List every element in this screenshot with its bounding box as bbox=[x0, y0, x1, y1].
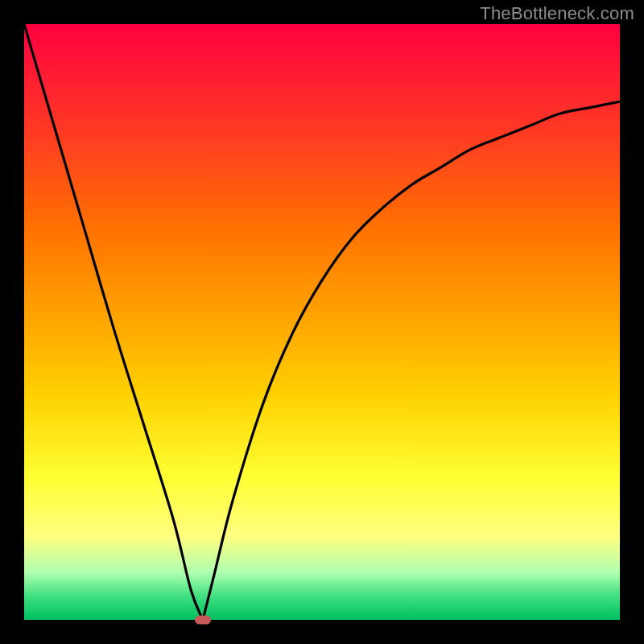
minimum-marker bbox=[195, 616, 211, 625]
curve-right bbox=[203, 101, 620, 620]
chart-frame: TheBottleneck.com bbox=[0, 0, 644, 644]
watermark-text: TheBottleneck.com bbox=[480, 3, 634, 24]
curve-layer bbox=[24, 24, 620, 620]
curve-left bbox=[24, 24, 203, 620]
plot-area bbox=[24, 24, 620, 620]
